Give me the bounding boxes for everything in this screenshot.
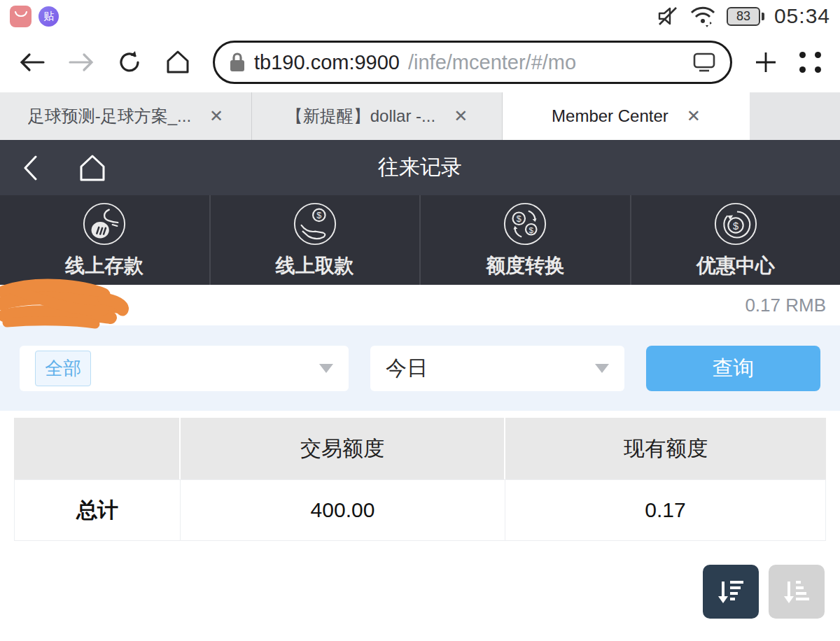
quick-nav: 线上存款 $ 线上取款 $ $ 额度转换 $ (0, 195, 840, 285)
table-cell-total-label: 总计 (14, 479, 181, 541)
filter-band: 全部 今日 查询 (0, 325, 840, 411)
battery-indicator: 83 (727, 7, 764, 26)
svg-text:$: $ (733, 220, 738, 232)
page-title: 往来记录 (0, 153, 840, 182)
url-host: tb190.com:9900 (254, 51, 400, 74)
appgallery-notification-icon (10, 6, 31, 27)
sort-ascending-button[interactable] (769, 565, 825, 619)
tab-member-center[interactable]: Member Center ✕ (503, 92, 750, 140)
transfer-icon: $ $ (502, 201, 548, 247)
clock: 05:34 (774, 4, 830, 28)
transactions-table: 交易额度 现有额度 总计 400.00 0.17 (14, 418, 826, 541)
table-header-empty (14, 418, 181, 479)
deposit-icon (81, 201, 127, 247)
table-header-current: 现有额度 (505, 418, 826, 479)
refresh-icon[interactable] (116, 49, 143, 76)
forward-icon[interactable] (67, 51, 95, 73)
nav-promo-center[interactable]: $ 优惠中心 (631, 195, 840, 285)
chevron-down-icon (595, 364, 609, 373)
tab-football[interactable]: 足球预测-足球方案_... ✕ (0, 92, 252, 140)
tieba-notification-icon: 贴 (38, 6, 59, 27)
lock-icon (229, 52, 246, 73)
table-cell-current-amount: 0.17 (505, 479, 826, 541)
sort-descending-button[interactable] (703, 565, 759, 619)
url-path: /infe/mcenter/#/mo (408, 51, 576, 74)
promo-icon: $ (713, 201, 759, 247)
sort-controls (0, 565, 825, 619)
mute-icon (655, 5, 679, 27)
close-icon[interactable]: ✕ (454, 108, 468, 125)
table-header-transaction: 交易额度 (181, 418, 505, 479)
date-filter-dropdown[interactable]: 今日 (370, 346, 624, 391)
back-icon[interactable] (18, 51, 46, 73)
account-row: 0.17 RMB (0, 285, 840, 325)
page-header: 往来记录 (0, 140, 840, 195)
date-filter-value: 今日 (386, 354, 428, 383)
query-button[interactable]: 查询 (646, 346, 820, 391)
svg-text:$: $ (529, 225, 534, 234)
nav-online-withdraw[interactable]: $ 线上取款 (211, 195, 421, 285)
sort-descending-icon (715, 577, 747, 607)
tabs-menu-icon[interactable] (799, 52, 822, 73)
wifi-icon (689, 4, 717, 28)
type-filter-chip: 全部 (35, 351, 91, 386)
nav-online-deposit[interactable]: 线上存款 (0, 195, 211, 285)
svg-text:$: $ (316, 211, 321, 220)
home-icon[interactable] (164, 49, 192, 76)
type-filter-dropdown[interactable]: 全部 (20, 346, 349, 391)
sort-ascending-icon (780, 577, 813, 607)
close-icon[interactable]: ✕ (209, 108, 223, 125)
tab-dollar[interactable]: 【新提醒】dollar -... ✕ (252, 92, 503, 140)
withdraw-icon: $ (292, 201, 338, 247)
chevron-down-icon (319, 364, 333, 373)
nav-credit-transfer[interactable]: $ $ 额度转换 (421, 195, 631, 285)
close-icon[interactable]: ✕ (687, 108, 701, 125)
new-tab-icon[interactable] (753, 50, 778, 75)
url-bar[interactable]: tb190.com:9900/infe/mcenter/#/mo (213, 41, 732, 84)
tab-strip-filler (750, 92, 840, 140)
back-chevron-icon[interactable] (21, 154, 39, 182)
svg-text:$: $ (517, 214, 522, 224)
home-page-icon[interactable] (76, 153, 109, 183)
content-area: 交易额度 现有额度 总计 400.00 0.17 (0, 411, 840, 619)
browser-toolbar: tb190.com:9900/infe/mcenter/#/mo (0, 32, 840, 92)
redaction-scribble (0, 278, 146, 332)
tab-strip: 足球预测-足球方案_... ✕ 【新提醒】dollar -... ✕ Membe… (0, 92, 840, 140)
status-bar: 贴 83 05:34 (0, 0, 840, 32)
balance-amount: 0.17 RMB (745, 295, 826, 316)
desktop-site-icon[interactable] (692, 52, 716, 73)
table-cell-transaction-amount: 400.00 (181, 479, 505, 541)
